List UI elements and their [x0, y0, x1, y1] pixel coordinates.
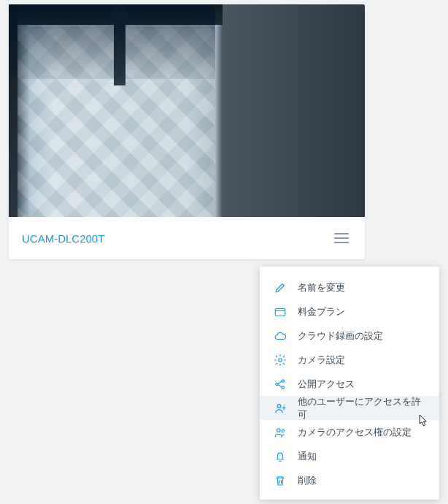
user-plus-icon — [273, 401, 287, 416]
menu-item-label: 他のユーザーにアクセスを許可 — [298, 395, 426, 421]
menu-item-label: クラウド録画の設定 — [298, 329, 383, 343]
menu-item-label: 名前を変更 — [298, 281, 345, 294]
svg-point-7 — [282, 429, 284, 432]
card-footer: UCAM-DLC200T — [9, 217, 365, 259]
svg-point-1 — [279, 358, 282, 362]
share-icon — [273, 377, 287, 392]
camera-preview[interactable] — [9, 4, 365, 217]
camera-name-link[interactable]: UCAM-DLC200T — [22, 232, 104, 245]
menu-item-access-rights[interactable]: カメラのアクセス権の設定 — [260, 420, 439, 444]
menu-item-grant-access[interactable]: 他のユーザーにアクセスを許可 — [260, 396, 439, 420]
menu-button[interactable] — [333, 229, 350, 247]
cloud-icon — [273, 329, 287, 343]
bell-icon — [273, 449, 287, 464]
gear-icon — [273, 353, 287, 367]
wallet-icon — [273, 305, 287, 319]
menu-item-label: 削除 — [298, 474, 317, 487]
svg-rect-0 — [275, 308, 285, 316]
users-icon — [273, 425, 287, 440]
camera-card: UCAM-DLC200T — [9, 4, 365, 259]
svg-point-6 — [277, 428, 281, 432]
menu-item-delete[interactable]: 削除 — [260, 468, 439, 492]
menu-item-label: 通知 — [298, 450, 317, 463]
hamburger-icon — [334, 233, 349, 234]
menu-item-label: 料金プラン — [298, 305, 345, 318]
trash-icon — [273, 473, 287, 488]
menu-item-rename[interactable]: 名前を変更 — [260, 275, 439, 299]
svg-point-5 — [277, 404, 281, 408]
pencil-icon — [273, 280, 287, 295]
camera-menu-dropdown: 名前を変更 料金プラン クラウド録画の設定 カメラ設定 公開アクセス 他のユーザ… — [260, 267, 439, 500]
menu-item-label: カメラのアクセス権の設定 — [298, 426, 412, 439]
menu-item-label: 公開アクセス — [298, 378, 355, 391]
menu-item-notifications[interactable]: 通知 — [260, 444, 439, 468]
menu-item-label: カメラ設定 — [298, 354, 345, 367]
menu-item-cloud-recording[interactable]: クラウド録画の設定 — [260, 324, 439, 348]
menu-item-public-access[interactable]: 公開アクセス — [260, 372, 439, 396]
menu-item-pricing[interactable]: 料金プラン — [260, 299, 439, 324]
menu-item-camera-settings[interactable]: カメラ設定 — [260, 348, 439, 372]
